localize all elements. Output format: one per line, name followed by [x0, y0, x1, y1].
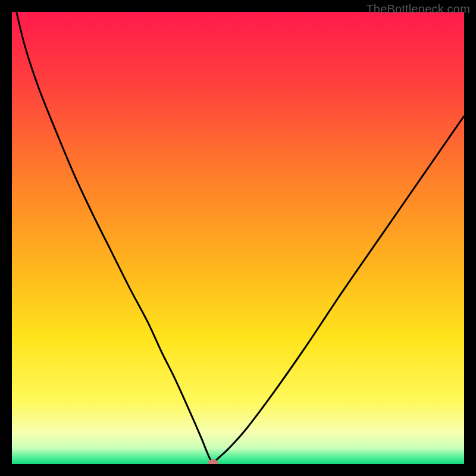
optimal-point-marker: [208, 459, 218, 464]
chart-frame: TheBottleneck.com: [0, 0, 476, 476]
watermark-text: TheBottleneck.com: [366, 2, 470, 16]
bottleneck-curve: [12, 12, 464, 464]
plot-area: [12, 12, 464, 464]
